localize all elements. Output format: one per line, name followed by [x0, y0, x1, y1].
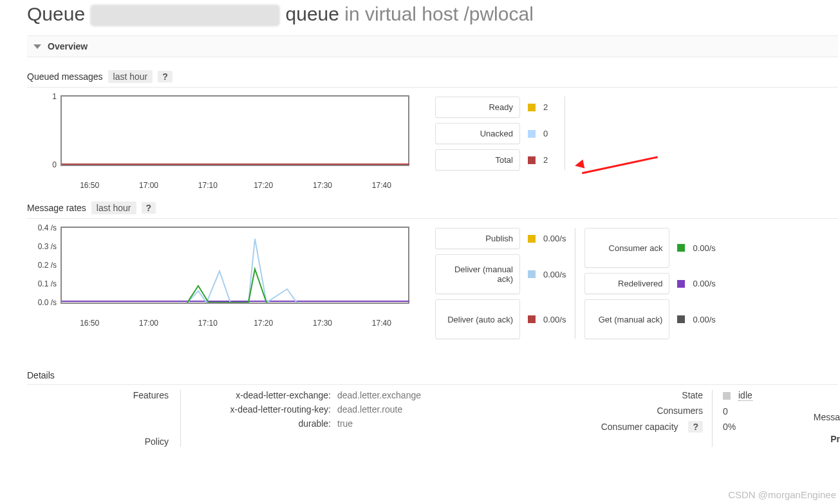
legend-deliver-manual-value: 0.00/s — [543, 270, 566, 279]
state-swatch-icon — [723, 392, 731, 400]
title-in-vhost: in virtual host — [344, 3, 463, 24]
feature-key: x-dead-letter-routing-key: — [192, 404, 331, 415]
swatch-icon — [528, 315, 536, 323]
overview-label: Overview — [48, 41, 88, 51]
legend-deliver-auto-value: 0.00/s — [543, 315, 566, 324]
legend-publish-button[interactable]: Publish — [435, 228, 520, 249]
legend-ready-value: 2 — [543, 102, 548, 112]
swatch-icon — [677, 244, 685, 252]
title-vhost: /pwlocal — [463, 3, 533, 24]
legend-total-button[interactable]: Total — [435, 149, 520, 171]
legend-consumer-ack-value: 0.00/s — [693, 243, 715, 253]
swatch-icon — [677, 280, 685, 288]
legend-deliver-auto-button[interactable]: Deliver (auto ack) — [435, 299, 520, 339]
redacted-name: com.chime...g.order.c — [90, 5, 280, 26]
swatch-icon — [528, 156, 536, 164]
chevron-down-icon — [33, 44, 41, 49]
legend-publish-value: 0.00/s — [543, 234, 566, 243]
overview-header[interactable]: Overview — [27, 35, 838, 57]
rates-y-ticks: 0.4 /s 0.3 /s 0.2 /s 0.1 /s 0.0 /s — [28, 228, 59, 303]
feature-value: dead.letter.route — [337, 404, 402, 415]
swatch-icon — [528, 270, 536, 278]
details-heading: Details — [27, 370, 55, 380]
details-features: x-dead-letter-exchange:dead.letter.excha… — [180, 390, 595, 447]
details-right-values: idle 0 0% — [720, 390, 800, 447]
feature-value: true — [337, 418, 353, 429]
queued-help-icon[interactable]: ? — [158, 71, 173, 82]
queued-y-ticks: 1 0 — [28, 97, 59, 165]
rates-chart-svg — [62, 228, 409, 303]
cutoff-label: Messa — [808, 412, 840, 422]
features-label: Features — [27, 390, 169, 400]
legend-unacked-value: 0 — [543, 129, 548, 138]
rates-legend-right: Consumer ack 0.00/s Redelivered 0.00/s G… — [584, 228, 724, 339]
capacity-value: 0% — [723, 422, 800, 432]
feature-value: dead.letter.exchange — [337, 390, 421, 400]
legend-unacked-button[interactable]: Unacked — [435, 123, 520, 144]
swatch-icon — [528, 130, 536, 138]
details-left-labels: Features Policy — [27, 390, 180, 447]
swatch-icon — [528, 104, 536, 111]
legend-ready-button[interactable]: Ready — [435, 97, 520, 118]
consumers-value: 0 — [723, 406, 800, 416]
page-title: Queue com.chime...g.order.c queue in vir… — [27, 3, 840, 26]
queued-chart-svg — [62, 97, 409, 165]
queued-legend: Ready 2 Unacked 0 Total 2 — [435, 97, 565, 171]
state-label: State — [595, 390, 703, 400]
legend-consumer-ack-button[interactable]: Consumer ack — [584, 228, 669, 268]
feature-key: durable: — [192, 418, 331, 429]
rates-heading-label: Message rates — [27, 203, 86, 213]
swatch-icon — [677, 315, 685, 323]
rates-chart: 0.4 /s 0.3 /s 0.2 /s 0.1 /s 0.0 /s 16:50… — [61, 227, 409, 304]
consumers-label: Consumers — [595, 406, 703, 416]
legend-redelivered-value: 0.00/s — [693, 279, 715, 288]
queued-range[interactable]: last hour — [108, 70, 153, 83]
capacity-help-icon[interactable]: ? — [688, 421, 703, 433]
legend-redelivered-button[interactable]: Redelivered — [584, 273, 669, 294]
rates-heading: Message rates last hour ? — [27, 201, 838, 219]
feature-key: x-dead-letter-exchange: — [192, 390, 331, 400]
queued-chart: 1 0 16:50 17:00 17:10 17:20 17:30 17:40 — [61, 95, 409, 166]
queued-heading-label: Queued messages — [27, 71, 103, 82]
legend-get-manual-button[interactable]: Get (manual ack) — [584, 299, 669, 339]
rates-help-icon[interactable]: ? — [142, 202, 156, 214]
details-heading-row: Details — [27, 370, 838, 385]
legend-get-manual-value: 0.00/s — [693, 315, 715, 324]
policy-label: Policy — [27, 436, 169, 447]
rates-legend-left: Publish 0.00/s Deliver (manual ack) 0.00… — [435, 228, 575, 339]
swatch-icon — [528, 235, 536, 243]
details-right-labels: State Consumers Consumer capacity ? — [595, 390, 713, 447]
queued-heading: Queued messages last hour ? — [27, 70, 838, 88]
capacity-label: Consumer capacity — [601, 422, 678, 432]
title-queue-suffix: queue — [286, 3, 339, 24]
state-value: idle — [738, 390, 752, 401]
cutoff-label2: Pr — [808, 434, 840, 444]
title-prefix: Queue — [27, 3, 90, 24]
rates-range[interactable]: last hour — [91, 201, 136, 214]
legend-deliver-manual-button[interactable]: Deliver (manual ack) — [435, 254, 520, 294]
legend-total-value: 2 — [543, 155, 548, 165]
